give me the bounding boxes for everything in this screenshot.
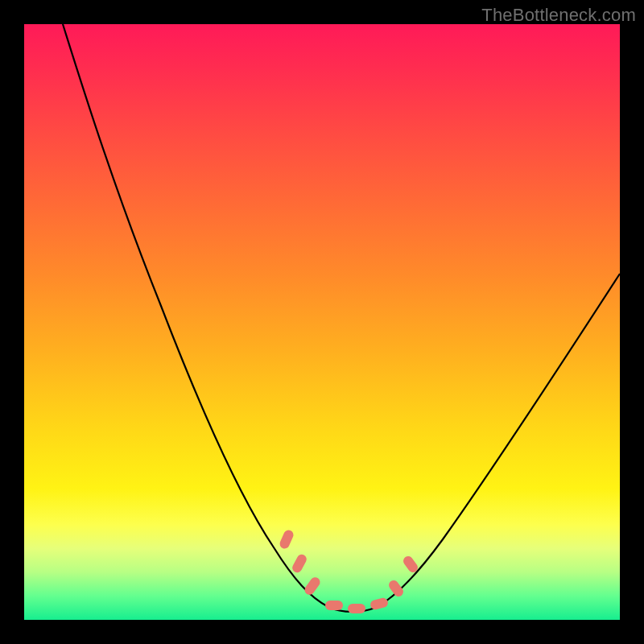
curve-left-branch: [63, 24, 328, 607]
marker-p2: [291, 553, 308, 575]
curve-right-branch: [377, 274, 620, 607]
marker-p1: [279, 529, 295, 551]
marker-p5: [348, 604, 365, 613]
marker-p6: [369, 597, 389, 611]
marker-p3: [303, 576, 322, 597]
watermark-text: TheBottleneck.com: [481, 5, 636, 26]
plot-area: [24, 24, 620, 620]
marker-p4: [325, 601, 343, 610]
outer-frame: TheBottleneck.com: [0, 0, 644, 644]
marker-p7: [387, 579, 406, 599]
curve-svg: [24, 24, 620, 620]
